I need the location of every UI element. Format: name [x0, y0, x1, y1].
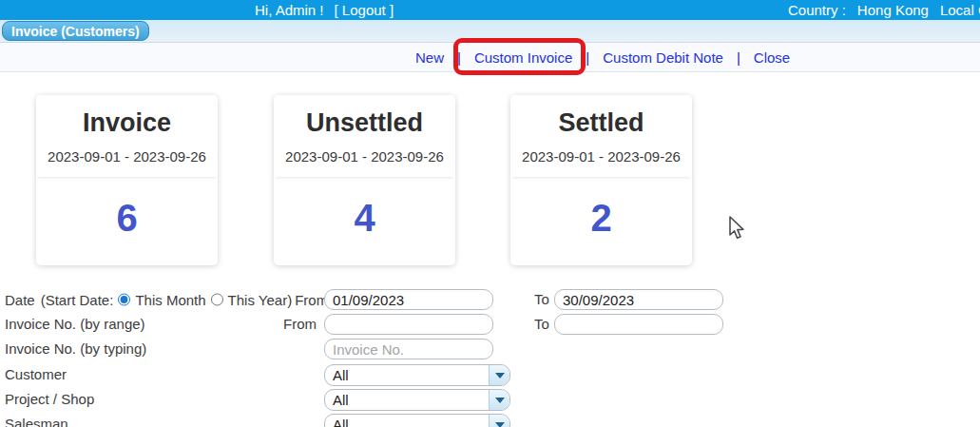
country-value: Hong Kong	[857, 2, 929, 18]
menu-bar: New | Custom Invoice | Custom Debit Note…	[0, 43, 980, 72]
menu-separator: |	[457, 49, 461, 66]
topbar-user-area: Hi, Admin ! [ Logout ]	[255, 0, 394, 20]
card-unsettled[interactable]: Unsettled 2023-09-01 - 2023-09-26 4	[274, 95, 455, 265]
this-year-label: This Year)	[228, 292, 293, 308]
local-currency-label: Local Cu	[940, 2, 980, 18]
salesman-select-value: All	[325, 415, 489, 427]
range-from-label: From	[283, 314, 315, 335]
date-to-input[interactable]	[554, 289, 723, 310]
start-date-label: (Start Date:	[41, 292, 114, 308]
country-label: Country :	[788, 2, 846, 18]
project-shop-select[interactable]: All	[324, 389, 510, 411]
card-settled[interactable]: Settled 2023-09-01 - 2023-09-26 2	[510, 95, 692, 265]
menu-separator: |	[737, 49, 740, 66]
project-shop-label: Project / Shop	[5, 389, 94, 410]
date-label: Date	[5, 292, 35, 308]
customer-label: Customer	[5, 364, 67, 385]
card-count: 6	[36, 197, 218, 240]
caret-down-icon[interactable]	[489, 365, 509, 385]
logout-link[interactable]: [ Logout ]	[335, 2, 394, 18]
card-date-range: 2023-09-01 - 2023-09-26	[274, 148, 455, 165]
customer-select-value: All	[325, 365, 489, 385]
user-greeting: Hi, Admin !	[255, 2, 324, 18]
menu-item-custom-debit-note[interactable]: Custom Debit Note	[603, 49, 723, 66]
card-title: Unsettled	[274, 108, 455, 138]
menu-item-new[interactable]: New	[415, 49, 444, 66]
invoice-typing-input[interactable]	[324, 339, 493, 359]
this-month-radio[interactable]	[118, 293, 130, 306]
project-shop-select-value: All	[325, 390, 489, 410]
tab-strip: Invoice (Customers)	[0, 20, 980, 43]
tab-label: Invoice (Customers)	[11, 24, 140, 39]
invoice-range-from-input[interactable]	[324, 314, 493, 335]
invoice-typing-label: Invoice No. (by typing)	[5, 339, 146, 359]
invoice-customers-screen: Hi, Admin ! [ Logout ] Country : Hong Ko…	[0, 0, 980, 427]
menu-links: New | Custom Invoice | Custom Debit Note…	[415, 43, 790, 71]
range-to-label: To	[534, 314, 549, 335]
top-bar: Hi, Admin ! [ Logout ] Country : Hong Ko…	[0, 0, 980, 20]
card-count: 2	[510, 197, 692, 240]
this-year-radio[interactable]	[211, 293, 223, 306]
arrow-cursor-icon	[726, 216, 747, 241]
tab-invoice-customers[interactable]: Invoice (Customers)	[2, 21, 149, 41]
card-date-range: 2023-09-01 - 2023-09-26	[36, 148, 218, 165]
date-filter-labels: Date (Start Date: This Month This Year) …	[5, 289, 324, 310]
card-count: 4	[274, 197, 455, 240]
card-title: Invoice	[36, 108, 218, 138]
salesman-select[interactable]: All	[324, 414, 510, 427]
invoice-range-to-input[interactable]	[554, 314, 723, 335]
caret-down-icon[interactable]	[489, 390, 509, 410]
menu-item-custom-invoice[interactable]: Custom Invoice	[474, 49, 572, 66]
card-header: Invoice 2023-09-01 - 2023-09-26	[36, 95, 218, 177]
card-title: Settled	[510, 108, 692, 138]
invoice-range-label: Invoice No. (by range)	[5, 314, 145, 335]
card-date-range: 2023-09-01 - 2023-09-26	[510, 148, 692, 165]
card-invoice[interactable]: Invoice 2023-09-01 - 2023-09-26 6	[36, 95, 218, 265]
date-from-input[interactable]	[324, 289, 493, 310]
topbar-country-area: Country : Hong Kong Local Cu	[788, 0, 980, 20]
menu-item-close[interactable]: Close	[754, 49, 790, 66]
customer-select[interactable]: All	[324, 364, 510, 386]
menu-separator: |	[586, 49, 589, 66]
caret-down-icon[interactable]	[489, 415, 509, 427]
card-header: Settled 2023-09-01 - 2023-09-26	[510, 95, 692, 177]
date-from-label: From	[295, 292, 328, 308]
card-header: Unsettled 2023-09-01 - 2023-09-26	[274, 95, 455, 177]
this-month-label: This Month	[135, 292, 205, 308]
salesman-label: Salesman	[5, 414, 68, 427]
date-to-label: To	[534, 289, 549, 310]
